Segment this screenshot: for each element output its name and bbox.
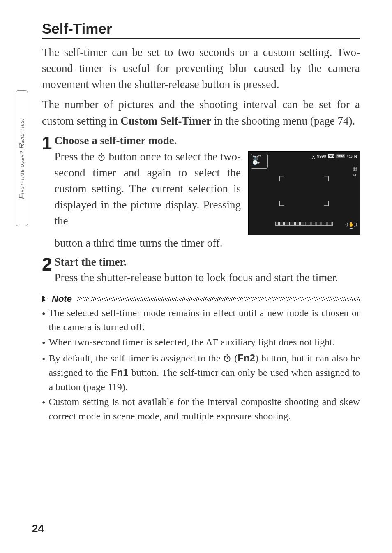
step-2: 2 Start the timer. Press the shutter-rel…: [42, 255, 360, 286]
step-1-title: Choose a self-timer mode.: [54, 133, 360, 149]
lcd-mode-icons: 📷ᵀ⁰🕑₂: [252, 155, 261, 165]
bullet-3-text: By default, the self-timer is assigned t…: [48, 351, 360, 394]
step-2-title: Start the timer.: [54, 255, 360, 270]
svg-point-6: [227, 354, 228, 356]
fn2-label: Fn2: [238, 352, 255, 363]
note-header: Note: [42, 294, 360, 304]
step1-text-a: Press the: [54, 150, 97, 163]
fn1-label: Fn1: [111, 367, 129, 378]
bullet-1: • The selected self-timer mode remains i…: [42, 306, 360, 335]
page-number: 24: [32, 522, 44, 535]
step-1-text-cont: button a third time turns the timer off.: [54, 235, 360, 251]
intro2-bold: Custom Self-Timer: [120, 115, 211, 127]
lcd-focus-frame: [279, 176, 329, 206]
bullet-4-text: Custom setting is not available for the …: [48, 395, 360, 423]
bullet-1-text: The selected self-timer mode remains in …: [48, 306, 360, 335]
intro-paragraph-2: The number of pictures and the shooting …: [42, 97, 360, 129]
step-1: 1 Choose a self-timer mode. Press the bu…: [42, 133, 360, 251]
lcd-af-icon: [•]: [312, 154, 316, 159]
lcd-top-status: [•] 9999 SD 10M 4:3 N: [312, 154, 357, 159]
bullet-4: • Custom setting is not available for th…: [42, 395, 360, 423]
svg-point-2: [101, 153, 102, 154]
self-timer-icon: [97, 153, 106, 161]
lcd-at-icon: ▦AT: [353, 166, 357, 178]
section-heading: Self-Timer: [42, 21, 360, 39]
note-label: Note: [52, 294, 72, 304]
svg-line-3: [99, 155, 99, 156]
note-bullet-list: • The selected self-timer mode remains i…: [42, 306, 360, 423]
bullet-dot: •: [42, 335, 45, 350]
note-hatch-rule: [77, 297, 360, 301]
lcd-steady-icon: ((✋))━: [345, 222, 357, 231]
lcd-res-badge: 10M: [336, 154, 345, 158]
step-1-text: Press the button once to select the two-…: [54, 149, 241, 235]
bullet-2-text: When two-second timer is selected, the A…: [48, 335, 360, 350]
side-tab: First-time user? Read this.: [16, 90, 28, 226]
intro2-c: in the shooting menu (page 74).: [211, 115, 355, 127]
bullet-dot: •: [42, 306, 45, 335]
self-timer-icon: [223, 354, 231, 362]
bullet-dot: •: [42, 351, 45, 394]
svg-line-7: [224, 356, 225, 357]
step-2-number: 2: [42, 255, 52, 286]
bullet-dot: •: [42, 395, 45, 423]
lcd-ratio: 4:3: [347, 154, 353, 159]
lcd-sd-badge: SD: [328, 154, 335, 158]
step-2-text: Press the shutter-release button to lock…: [54, 270, 360, 286]
lcd-quality: N: [354, 154, 357, 159]
lcd-count: 9999: [317, 154, 326, 159]
step-1-number: 1: [42, 134, 52, 251]
bullet-2: • When two-second timer is selected, the…: [42, 335, 360, 350]
camera-lcd-screenshot: 📷ᵀ⁰🕑₂ [•] 9999 SD 10M 4:3 N ▦AT: [248, 151, 360, 235]
lcd-exposure-bar: [275, 222, 333, 226]
side-tab-label: First-time user? Read this.: [18, 118, 26, 199]
intro-paragraph-1: The self-timer can be set to two seconds…: [42, 44, 360, 93]
bullet-3: • By default, the self-timer is assigned…: [42, 351, 360, 394]
